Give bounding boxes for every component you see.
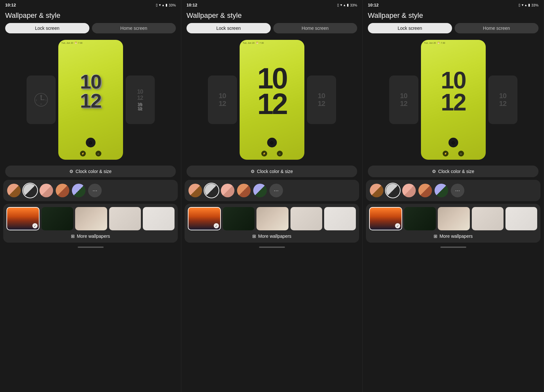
battery-icon-3: ▮ xyxy=(528,3,530,7)
swatch-2-1[interactable] xyxy=(188,184,202,197)
wallpaper-thumb-3-2[interactable] xyxy=(404,207,436,230)
battery-pct-1: 33% xyxy=(169,3,176,7)
swatch-2-2[interactable] xyxy=(205,184,218,197)
status-bar-1: 10:12 ▯ ▾ ▴ ▮ 33% xyxy=(0,0,181,9)
check-icon-3: ✓ xyxy=(395,223,400,228)
swatch-3-1[interactable] xyxy=(370,184,383,197)
more-swatches-btn-3[interactable]: ··· xyxy=(451,184,464,197)
fingerprint-btn-3[interactable]: ⊙ xyxy=(448,138,458,147)
swatch-3-4[interactable] xyxy=(418,184,432,197)
wallpaper-thumb-3-1[interactable]: ✓ xyxy=(369,207,402,230)
page-title-3: Wallpaper & style xyxy=(363,9,544,23)
tab-lock-screen-2[interactable]: Lock screen xyxy=(187,23,271,33)
signal-icon: ▴ xyxy=(162,3,164,7)
home-btn-1[interactable]: ⌂ xyxy=(96,151,101,156)
swatch-1-2[interactable] xyxy=(23,184,37,197)
gear-icon-1: ⚙ xyxy=(69,169,74,174)
more-wallpapers-btn-1[interactable]: ⊞ More wallpapers xyxy=(6,233,175,239)
tab-home-screen-3[interactable]: Home screen xyxy=(455,23,539,33)
swatch-1-5[interactable] xyxy=(72,184,85,197)
side-preview-left-2: 10 12 xyxy=(208,75,237,124)
swatch-3-2[interactable] xyxy=(386,184,400,197)
clock-settings-btn-3[interactable]: ⚙ Clock color & size xyxy=(368,166,538,177)
home-btn-3[interactable]: ⌂ xyxy=(458,151,464,156)
tab-lock-screen-3[interactable]: Lock screen xyxy=(368,23,452,33)
wallpaper-thumb-1-1[interactable]: ✓ xyxy=(6,207,40,230)
side-preview-right-3: 10 12 xyxy=(488,75,517,124)
clock-bubble-1: 1012 xyxy=(80,72,101,110)
main-phone-card-2: Tue, Jun 20 ⏰ 7:30 1012 ⊙ ⚡ ⌂ xyxy=(240,40,304,160)
panel-2: 10:12 ▯ ▾ ▴ ▮ 33% Wallpaper & style Lock… xyxy=(181,0,363,392)
home-indicator-3 xyxy=(440,247,466,248)
more-wallpapers-btn-2[interactable]: ⊞ More wallpapers xyxy=(188,233,356,239)
wallpaper-thumb-2-5[interactable] xyxy=(324,207,356,230)
status-icons-3: ▯ ▾ ▴ ▮ 33% xyxy=(518,3,538,7)
preview-area-1: 6 9 3 12 Tue, Jun 20 ⏰ 7:30 1012 ⊙ xyxy=(0,37,181,163)
swatch-2-5[interactable] xyxy=(253,184,267,197)
swatch-1-3[interactable] xyxy=(40,184,53,197)
panel-3: 10:12 ▯ ▾ ▴ ▮ 33% Wallpaper & style Lock… xyxy=(363,0,544,392)
wallpaper-thumb-1-3[interactable] xyxy=(75,207,107,230)
status-bar-2: 10:12 ▯ ▾ ▴ ▮ 33% xyxy=(181,0,362,9)
flashlight-btn-1[interactable]: ⚡ xyxy=(80,151,86,156)
clock-display-3: 1012 xyxy=(441,45,465,138)
svg-text:3: 3 xyxy=(45,99,47,101)
clock-settings-label-1: Clock color & size xyxy=(75,169,111,174)
wallpaper-thumb-3-5[interactable] xyxy=(505,207,537,230)
clock-settings-btn-2[interactable]: ⚙ Clock color & size xyxy=(187,166,357,177)
wallpaper-add-icon-1: ⊞ xyxy=(71,234,75,239)
swatches-panel-1: ··· xyxy=(3,180,178,201)
battery-pct-2: 33% xyxy=(350,3,357,7)
wallpaper-thumb-1-5[interactable] xyxy=(143,207,175,230)
wallpaper-add-icon-3: ⊞ xyxy=(434,234,437,239)
tab-row-3: Lock screen Home screen xyxy=(363,23,544,33)
main-phone-card-1: Tue, Jun 20 ⏰ 7:30 1012 ⊙ ⚡ ⌂ xyxy=(58,40,123,160)
swatch-1-1[interactable] xyxy=(7,184,21,197)
preview-area-2: 10 12 Tue, Jun 20 ⏰ 7:30 1012 ⊙ ⚡ ⌂ xyxy=(181,37,362,163)
wallpaper-thumb-2-3[interactable] xyxy=(256,207,288,230)
flashlight-btn-2[interactable]: ⚡ xyxy=(261,151,267,156)
svg-text:12: 12 xyxy=(40,95,42,97)
home-btn-2[interactable]: ⌂ xyxy=(277,151,283,156)
check-icon-2: ✓ xyxy=(214,223,219,228)
swatch-1-4[interactable] xyxy=(56,184,69,197)
svg-text:6: 6 xyxy=(40,103,42,105)
check-icon-1: ✓ xyxy=(32,223,38,228)
side-preview-left-3: 10 12 xyxy=(389,75,418,124)
wallpaper-thumbs-1: ✓ xyxy=(6,207,175,230)
swatch-3-5[interactable] xyxy=(435,184,448,197)
time-1: 10:12 xyxy=(5,3,16,7)
wallpaper-thumb-3-3[interactable] xyxy=(438,207,470,230)
swatch-3-3[interactable] xyxy=(402,184,416,197)
phone-bottom-3: ⊙ ⚡ ⌂ xyxy=(443,138,464,160)
tab-home-screen-1[interactable]: Home screen xyxy=(92,23,176,33)
more-wallpapers-label-1: More wallpapers xyxy=(77,234,110,239)
wifi-icon: ▾ xyxy=(159,3,161,7)
home-indicator-2 xyxy=(259,247,285,248)
wallpaper-thumb-2-4[interactable] xyxy=(290,207,322,230)
phone-bottom-2: ⊙ ⚡ ⌂ xyxy=(261,138,283,160)
clock-settings-btn-1[interactable]: ⚙ Clock color & size xyxy=(5,166,176,177)
swatches-panel-3: ··· xyxy=(366,180,540,201)
wallpapers-panel-3: ✓ ⊞ More wallpapers xyxy=(366,204,540,243)
phone-wallpaper-3: Tue, Jun 20 ⏰ 7:30 1012 ⊙ ⚡ ⌂ xyxy=(421,40,486,160)
more-wallpapers-btn-3[interactable]: ⊞ More wallpapers xyxy=(369,233,537,239)
wallpaper-thumb-1-4[interactable] xyxy=(109,207,141,230)
wallpaper-thumb-2-2[interactable] xyxy=(223,207,255,230)
battery-pct-3: 33% xyxy=(531,3,538,7)
tab-lock-screen-1[interactable]: Lock screen xyxy=(5,23,89,33)
panel-1: 10:12 ▯ ▾ ▴ ▮ 33% Wallpaper & style Lock… xyxy=(0,0,181,392)
wallpaper-thumb-3-4[interactable] xyxy=(472,207,504,230)
wallpaper-thumb-2-1[interactable]: ✓ xyxy=(188,207,221,230)
tab-home-screen-2[interactable]: Home screen xyxy=(273,23,357,33)
wallpaper-thumb-1-2[interactable] xyxy=(41,207,73,230)
fingerprint-btn-2[interactable]: ⊙ xyxy=(267,138,277,147)
swatch-2-4[interactable] xyxy=(237,184,251,197)
fingerprint-btn-1[interactable]: ⊙ xyxy=(86,138,96,147)
more-swatches-btn-1[interactable]: ··· xyxy=(88,184,102,197)
swatch-2-3[interactable] xyxy=(221,184,234,197)
flashlight-btn-3[interactable]: ⚡ xyxy=(443,151,448,156)
more-swatches-btn-2[interactable]: ··· xyxy=(269,184,283,197)
wallpaper-thumbs-2: ✓ xyxy=(188,207,356,230)
phone-bottom-1: ⊙ ⚡ ⌂ xyxy=(80,138,101,160)
